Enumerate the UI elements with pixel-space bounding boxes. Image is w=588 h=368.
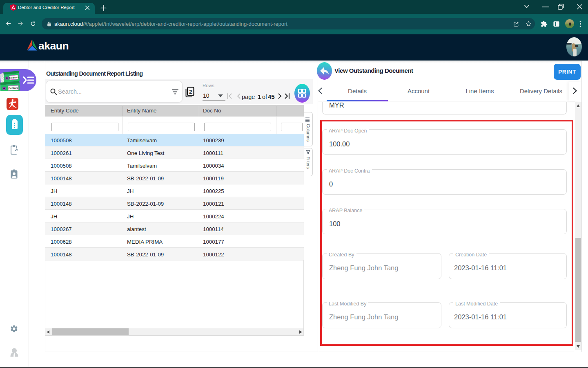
svg-text:Debtors: Debtors — [9, 86, 18, 90]
svg-text:2: 2 — [189, 89, 192, 95]
